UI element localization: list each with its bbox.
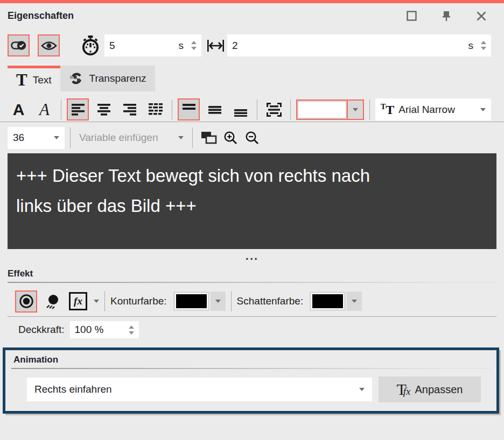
effekt-rule xyxy=(8,282,496,283)
valign-bottom-icon xyxy=(234,103,248,117)
konturfarbe-dropdown[interactable] xyxy=(211,292,226,311)
fx-dropdown-arrow[interactable] xyxy=(94,300,99,303)
object-toolbar: 5 s 2 s xyxy=(0,34,504,56)
font-size-value: 36 xyxy=(13,132,24,144)
font-size-select[interactable]: 36 xyxy=(8,127,65,149)
duration-spinner[interactable] xyxy=(191,41,197,50)
font-family-select[interactable]: TT Arial Narrow xyxy=(375,98,491,120)
chevron-down-icon xyxy=(480,108,486,111)
effekt-heading: Effekt xyxy=(8,268,496,279)
text-color-swatch[interactable] xyxy=(297,101,347,119)
duplicate-icon xyxy=(201,131,217,145)
bold-icon: A xyxy=(13,102,25,118)
offset-width xyxy=(207,39,225,53)
chevron-down-icon xyxy=(359,388,365,391)
separator xyxy=(172,100,172,120)
align-right-button[interactable] xyxy=(118,98,141,120)
deckkraft-spinner[interactable] xyxy=(129,325,134,335)
text-color-dropdown[interactable] xyxy=(347,101,363,119)
deckkraft-row: Deckkraft: 100 % xyxy=(8,321,496,339)
zoom-in-button[interactable] xyxy=(220,127,241,149)
valign-top-icon xyxy=(182,103,196,117)
animation-select[interactable]: Rechts einfahren xyxy=(27,378,372,401)
align-center-icon xyxy=(97,103,111,117)
deckkraft-field[interactable]: 100 % xyxy=(70,321,139,338)
tab-transparenz[interactable]: Transparenz xyxy=(60,66,155,91)
visibility-toggle-button[interactable] xyxy=(38,34,60,56)
separator xyxy=(70,127,71,148)
chevron-down-icon xyxy=(178,136,184,139)
toggle-check-icon xyxy=(11,40,27,51)
separator xyxy=(192,127,193,148)
align-center-button[interactable] xyxy=(93,98,115,120)
offset-spinner[interactable] xyxy=(481,41,486,50)
schattenfarbe-swatch-frame[interactable] xyxy=(310,292,346,311)
align-left-icon xyxy=(71,103,85,117)
offset-field[interactable]: 2 s xyxy=(227,34,491,56)
shadow-effect-button[interactable] xyxy=(42,290,64,313)
valign-top-button[interactable] xyxy=(178,98,200,120)
effect-divider xyxy=(8,316,496,317)
bold-button[interactable]: A xyxy=(8,98,30,120)
valign-middle-button[interactable] xyxy=(204,98,226,120)
separator xyxy=(290,100,291,120)
anpassen-button[interactable]: Tfx Anpassen xyxy=(379,377,481,402)
duration-value: 5 xyxy=(109,40,115,52)
schattenfarbe-picker[interactable] xyxy=(310,292,362,311)
text-tab-icon: T xyxy=(16,72,27,88)
shadow-icon xyxy=(45,293,61,309)
zoom-out-icon xyxy=(245,131,260,145)
float-window-icon[interactable] xyxy=(407,11,417,21)
schattenfarbe-label: Schattenfarbe: xyxy=(237,295,304,307)
tfx-icon: Tfx xyxy=(396,381,410,398)
fit-text-button[interactable] xyxy=(263,98,285,120)
separator xyxy=(231,291,232,311)
duplicate-button[interactable] xyxy=(198,127,220,149)
format-toolbar: A A xyxy=(0,97,504,122)
chevron-down-icon xyxy=(353,108,358,111)
chevron-down-icon xyxy=(352,300,357,303)
window-controls xyxy=(407,11,487,22)
zoom-out-button[interactable] xyxy=(241,127,263,149)
insert-variable-select[interactable]: Variable einfügen xyxy=(76,127,187,149)
preview-text-line2: links über das Bild +++ xyxy=(16,191,488,221)
zoom-in-icon xyxy=(223,131,238,145)
align-left-button[interactable] xyxy=(67,98,89,120)
valign-bottom-button[interactable] xyxy=(229,98,251,120)
deckkraft-value: 100 % xyxy=(75,324,104,336)
enable-object-toggle-button[interactable] xyxy=(8,34,30,56)
contour-effect-button[interactable] xyxy=(15,290,37,313)
konturfarbe-picker[interactable] xyxy=(173,292,226,311)
pin-icon[interactable] xyxy=(442,11,451,22)
fx-icon: fx xyxy=(74,295,82,307)
separator xyxy=(61,100,61,120)
tab-text-label: Text xyxy=(33,74,52,86)
tab-text[interactable]: T Text xyxy=(8,66,60,91)
animation-rule xyxy=(11,368,491,369)
close-icon[interactable] xyxy=(476,11,487,22)
duration-field[interactable]: 5 s xyxy=(104,34,201,56)
schattenfarbe-dropdown[interactable] xyxy=(347,292,362,311)
tab-bar: T Text Transparenz xyxy=(0,66,504,91)
chevron-down-icon xyxy=(215,300,221,303)
panel-header: Eigenschaften xyxy=(0,10,504,22)
deckkraft-label: Deckkraft: xyxy=(18,324,65,336)
text-preview-editor[interactable]: +++ Dieser Text bewegt sich von rechts n… xyxy=(8,153,496,249)
preview-text-line1: +++ Dieser Text bewegt sich von rechts n… xyxy=(16,161,488,191)
konturfarbe-swatch-frame[interactable] xyxy=(173,292,209,311)
chevron-down-icon xyxy=(54,136,59,139)
valign-middle-icon xyxy=(208,103,222,117)
offset-value: 2 xyxy=(232,40,238,52)
effect-toolbar: fx Konturfarbe: Schattenfarbe: xyxy=(8,289,496,313)
italic-button[interactable]: A xyxy=(33,98,55,120)
justify-button[interactable] xyxy=(144,98,166,120)
anpassen-label: Anpassen xyxy=(415,384,463,396)
schattenfarbe-swatch xyxy=(311,293,344,309)
konturfarbe-swatch xyxy=(175,293,208,309)
duration-unit: s xyxy=(179,40,184,52)
duration-stopwatch xyxy=(81,36,100,56)
fx-effects-button[interactable]: fx xyxy=(69,292,87,310)
panel-splitter-handle[interactable]: ... xyxy=(0,253,504,261)
text-color-picker[interactable] xyxy=(296,100,364,120)
font-family-value: Arial Narrow xyxy=(398,104,455,116)
